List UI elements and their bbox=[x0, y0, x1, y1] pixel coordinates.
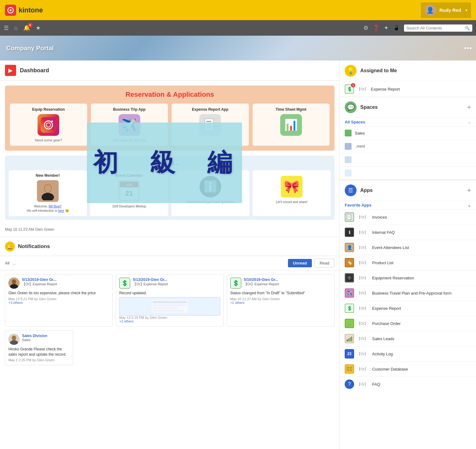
app-item-biztravel[interactable]: ✈️ 【Or】 Business Travel Plan and Pre-App… bbox=[340, 285, 476, 300]
notifications-section: 🔔 Notifications All ⌄ Unread Read bbox=[0, 237, 339, 370]
notif-thumbnail-2 bbox=[119, 297, 220, 316]
space-color-dept bbox=[345, 143, 352, 150]
info-card-record[interactable]: 🎀 Let's record and share! bbox=[253, 170, 331, 216]
sales-notif-card[interactable]: Sales Division Sales Hiroko Grande Pleas… bbox=[5, 330, 73, 366]
search-box[interactable]: 🔍 bbox=[404, 24, 472, 32]
notif-filter-row: All ⌄ Unread Read bbox=[0, 256, 339, 270]
spaces-add-button[interactable]: + bbox=[467, 103, 471, 111]
space-item-4[interactable] bbox=[340, 166, 476, 180]
app-label-invoices: Invoices bbox=[372, 215, 387, 220]
app-or-product: 【Or】 bbox=[357, 260, 368, 265]
app-icon-activity: 23 bbox=[345, 349, 354, 358]
nav-left: ☰ ⌂ 🔔 9 ★ bbox=[4, 24, 41, 31]
app-icon-expense-report: 💲 bbox=[345, 304, 354, 313]
app-or-purchase: 【Or】 bbox=[357, 321, 368, 326]
dashboard-header: ▶ Dashboard bbox=[0, 60, 339, 81]
bill-blue-link[interactable]: Bill Blue!! bbox=[49, 205, 62, 208]
app-label-internal-faq: Internal FAQ bbox=[372, 230, 395, 235]
hamburger-icon[interactable]: ☰ bbox=[4, 24, 9, 31]
app-item-invoices[interactable]: 【Or】 Invoices bbox=[340, 209, 476, 225]
notif-card-3-header: 💲 5/10/2019-Glen Gr... 【Or】Expense Repor… bbox=[230, 278, 331, 289]
notif-card-3[interactable]: 💲 5/10/2019-Glen Gr... 【Or】Expense Repor… bbox=[227, 274, 335, 327]
help-icon[interactable]: ❓ bbox=[373, 24, 379, 31]
app-item-event[interactable]: 👤 【Or】 Event Attendees List bbox=[340, 240, 476, 255]
app-icon-customer bbox=[345, 364, 354, 374]
app-label-product: Product List bbox=[372, 260, 393, 265]
notif-card-1[interactable]: 5/13/2019-Glen Gr... 【Or】Expense Report … bbox=[5, 274, 113, 327]
apps-section: ☰ Apps + Favorite Apps ⌄ 【Or】 Invoices ℹ… bbox=[340, 180, 476, 392]
notif-card-1-others[interactable]: +3 others bbox=[8, 301, 109, 305]
apps-header-left: ☰ Apps bbox=[345, 184, 373, 196]
assigned-item-expense[interactable]: 💲 1 【Or】 Expense Report bbox=[340, 81, 476, 97]
app-item-activity[interactable]: 23 【Or】 Activity Log bbox=[340, 346, 476, 361]
app-or-equipment: 【Or】 bbox=[357, 276, 368, 280]
spaces-header-left: 💬 Spaces bbox=[345, 101, 378, 113]
app-label-activity: Activity Log bbox=[372, 352, 393, 356]
app-or-activity: 【Or】 bbox=[357, 352, 368, 356]
app-item-sales-leads[interactable]: 【Or】 Sales Leads bbox=[340, 331, 476, 346]
spaces-icon: 💬 bbox=[345, 101, 357, 113]
app-or-internal-faq: 【Or】 bbox=[357, 230, 368, 235]
svg-rect-26 bbox=[153, 301, 187, 303]
read-button[interactable]: Read bbox=[314, 259, 335, 268]
here-link[interactable]: here bbox=[58, 209, 64, 212]
settings-icon[interactable]: ⚙ bbox=[363, 24, 368, 31]
sales-notif-header: Sales Division Sales bbox=[8, 334, 70, 345]
home-icon[interactable]: ⌂ bbox=[14, 25, 18, 31]
notif-icon-box-3: 💲 bbox=[230, 278, 241, 289]
star-icon[interactable]: ★ bbox=[36, 24, 41, 31]
svg-rect-42 bbox=[348, 338, 349, 341]
spaces-filter-chevron-icon: ⌄ bbox=[468, 120, 471, 124]
app-card-timesheet[interactable]: Time Sheet Mgmt 📊 bbox=[253, 104, 330, 146]
dashboard-icon: ▶ bbox=[5, 65, 16, 76]
info-card-img-record: 🎀 bbox=[281, 176, 303, 198]
app-item-customer[interactable]: 【Or】 Customer Database bbox=[340, 361, 476, 376]
space-item-3[interactable] bbox=[340, 153, 476, 166]
notif-filter-all-label: All bbox=[5, 261, 9, 265]
space-color-sales bbox=[345, 130, 352, 136]
timestamp-row: May 10 11:23 AM Glen Green bbox=[0, 225, 339, 234]
app-item-expense-report[interactable]: 💲 【Or】 Expense Report bbox=[340, 300, 476, 316]
app-label-faq: FAQ bbox=[372, 382, 380, 387]
tools-icon[interactable]: ✦ bbox=[384, 24, 388, 31]
device-icon[interactable]: 📱 bbox=[393, 24, 400, 31]
unread-button[interactable]: Unread bbox=[288, 259, 312, 267]
app-item-equipment[interactable]: 【Or】 Equipment Reservation bbox=[340, 270, 476, 285]
app-or-sales-leads: 【Or】 bbox=[357, 336, 368, 341]
space-item-sales[interactable]: Sales bbox=[340, 126, 476, 140]
assigned-or-expense: 【Or】 bbox=[357, 87, 368, 91]
spaces-filter-label[interactable]: All Spaces bbox=[345, 120, 365, 124]
assigned-app-icon-expense: 💲 1 bbox=[345, 84, 354, 94]
app-or-customer: 【Or】 bbox=[357, 367, 368, 371]
space-item-dept[interactable]: ..ment bbox=[340, 140, 476, 153]
app-or-event: 【Or】 bbox=[357, 245, 368, 250]
app-icon-product: 🏷️ bbox=[345, 258, 354, 267]
search-input[interactable] bbox=[406, 26, 463, 30]
spaces-title: Spaces bbox=[360, 104, 378, 110]
filter-dropdown-icon[interactable]: ⌄ bbox=[12, 260, 16, 267]
app-card-equip[interactable]: Equip Reservation bbox=[10, 104, 87, 146]
info-card-member[interactable]: New Member! Welcome, Bill Blue!!His self… bbox=[9, 170, 87, 216]
notif-card-3-others[interactable]: +1 others bbox=[230, 301, 331, 305]
assigned-title: Assigned to Me bbox=[360, 68, 397, 73]
app-item-faq[interactable]: ? 【Or】 FAQ bbox=[340, 376, 476, 392]
notification-icon[interactable]: 🔔 9 bbox=[23, 24, 30, 31]
app-card-title-timesheet: Time Sheet Mgmt bbox=[256, 107, 326, 112]
app-item-product[interactable]: 🏷️ 【Or】 Product List bbox=[340, 255, 476, 270]
user-menu[interactable]: 👤 Rudy Red ▾ bbox=[421, 2, 471, 18]
app-item-purchase[interactable]: 🛒 【Or】 Purchase Order bbox=[340, 316, 476, 331]
assigned-label-expense: Expense Report bbox=[371, 87, 400, 91]
info-card-desc-record: Let's record and share! bbox=[256, 200, 328, 204]
portal-menu-icon[interactable]: ••• bbox=[464, 45, 472, 52]
apps-filter-label[interactable]: Favorite Apps bbox=[345, 203, 371, 207]
apps-filter: Favorite Apps ⌄ bbox=[340, 201, 476, 209]
notif-card-2[interactable]: 💲 5/13/2019-Glen Gr... 【Or】Expense Repor… bbox=[116, 274, 223, 327]
notif-card-2-others[interactable]: +2 others bbox=[119, 319, 220, 323]
apps-add-button[interactable]: + bbox=[467, 186, 471, 194]
svg-rect-45 bbox=[346, 366, 353, 372]
notif-card-2-meta: May 13 5:19 PM by Glen Green bbox=[119, 316, 220, 319]
notif-card-1-header: 5/13/2019-Glen Gr... 【Or】Expense Report bbox=[8, 278, 109, 289]
app-label-expense-report: Expense Report bbox=[372, 306, 401, 311]
app-item-internal-faq[interactable]: ℹ 【Or】 Internal FAQ bbox=[340, 225, 476, 240]
notif-card-2-info: 5/13/2019-Glen Gr... 【Or】Expense Report bbox=[133, 278, 220, 287]
